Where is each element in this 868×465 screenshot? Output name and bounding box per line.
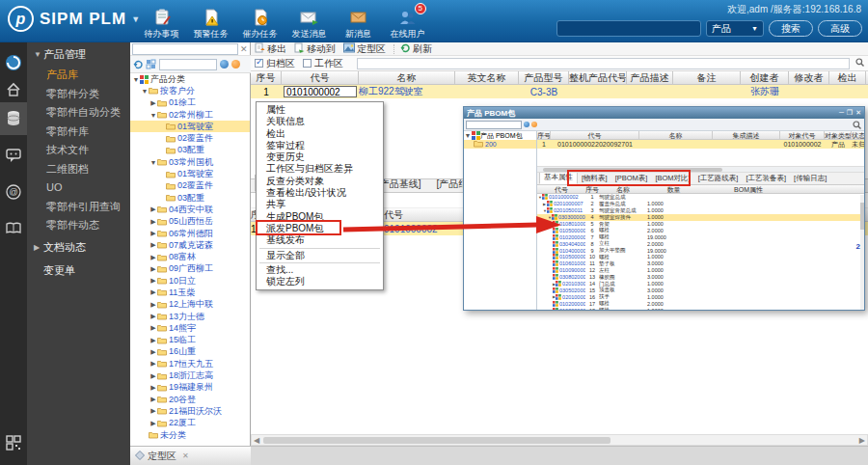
chevron-right-icon[interactable]: ▶ [149,348,157,356]
qrcode-icon[interactable] [0,430,27,455]
menu-item-基线发布[interactable]: 基线发布 [257,234,383,246]
chevron-right-icon[interactable]: ▶ [149,99,157,107]
sidebar-item-UO[interactable]: UO [27,178,130,198]
menu-item-派发PBOM包[interactable]: 派发PBOM包 [257,223,383,234]
nav-item-alert-task[interactable]: 预警任务 [186,5,235,41]
bom-row[interactable]: ▼01010000021驾驶室总成 [537,194,864,201]
tree-node[interactable]: ▶18浙江志高 [130,369,250,381]
clear-filter-icon[interactable]: ✕ [240,44,248,54]
column-header-产品型号[interactable]: 产品型号 [519,71,569,84]
chevron-right-icon[interactable]: ▶ [149,407,157,415]
bom-column-header-代号[interactable]: 代号 [537,185,585,193]
chevron-right-icon[interactable]: ▶ [149,205,157,213]
tree-node[interactable]: ▼02常州柳工 [130,109,250,121]
nav-item-todo[interactable]: 待办事项 [137,5,186,41]
tree-node[interactable]: ▶05山西恒岳 [130,216,250,228]
menu-item-属性[interactable]: 属性 [257,104,383,116]
bom-row[interactable]: ▼02010500113驾驶室骨架总成1.0000 [537,207,864,214]
menu-item-生成PBOM包[interactable]: 生成PBOM包 [257,211,383,223]
chevron-right-icon[interactable]: ▶ [149,313,157,320]
popup-column-header-集成描述[interactable]: 集成描述 [713,131,780,139]
menu-item-查看检出/设计状况[interactable]: 查看检出/设计状况 [257,187,383,199]
tree-node[interactable]: ▶12上海中联 [130,299,250,311]
code-edit-box[interactable]: 0101000002 [284,86,357,97]
bom-row[interactable]: 01050000086螺栓2.0000 [537,227,864,233]
popup-column-header-名称[interactable]: 名称 [639,131,713,139]
tree-node[interactable]: ▼03常州国机 [130,156,250,168]
bom-row[interactable]: 010601000011垫子板3.0000 [537,260,864,267]
tree-node[interactable]: ▶15临工 [130,335,250,346]
scrollbar-thumb[interactable] [263,437,610,444]
bom-column-header-数量[interactable]: 数量 [647,185,700,193]
popup-vertical-scrollbar[interactable] [860,195,864,310]
search-button[interactable]: 搜索 [769,20,813,37]
bom-row[interactable]: 01080100045骨架1.0000 [537,221,864,228]
tree-node[interactable]: ▼产品分类 [130,73,250,85]
popup-search-button[interactable] [524,122,529,127]
sidebar-group-变更单[interactable]: 变更单 [27,259,130,282]
chevron-down-icon[interactable]: ▼ [141,88,149,95]
cell-name[interactable]: 柳工922驾驶室 [359,85,455,98]
column-header-代号[interactable]: 代号 [282,71,359,84]
menu-item-查找...[interactable]: 查找... [257,264,383,276]
chevron-right-icon[interactable]: ▶ [149,241,157,249]
popup-column-header-对象代号[interactable]: 对象代号 [780,131,825,139]
product-table-row[interactable]: 10101000002柳工922驾驶室C3-3B张苏珊 [251,85,868,98]
sidebar-item-零部件自动分类[interactable]: 零部件自动分类 [27,103,130,123]
tree-node[interactable]: ▶01徐工 [130,97,250,109]
column-header-修改者[interactable]: 修改者 [789,71,829,84]
column-header-创建者[interactable]: 创建者 [741,71,789,84]
book-icon[interactable] [0,216,27,241]
menu-item-工作区与归档区差异[interactable]: 工作区与归档区差异 [257,163,383,175]
chevron-right-icon[interactable]: ▶ [149,420,157,427]
bom-row[interactable]: 01040000009加大平垫圈19.0000 [537,247,864,254]
tree-reset-button[interactable] [231,60,240,68]
tree-node[interactable]: ▶21福田沃尔沃 [130,405,250,417]
menu-item-显示全部[interactable]: 显示全部 [257,250,383,261]
app-logo[interactable]: p SIPM PLM ▼ [8,6,140,32]
popup-horizontal-scrollbar[interactable] [537,166,864,173]
column-header-产品描述[interactable]: 产品描述 [627,71,673,84]
tree-node[interactable]: ▶07威克诺森 [130,239,250,251]
column-header-英文名称[interactable]: 英文名称 [455,71,519,84]
sidebar-item-零部件分类[interactable]: 零部件分类 [27,85,130,104]
bom-column-header-BOM属性[interactable]: BOM属性 [700,185,797,193]
tree-node[interactable]: ▶14熊宇 [130,322,250,334]
sidebar-item-产品库[interactable]: 产品库 [27,66,130,85]
scroll-right-icon[interactable]: ▶ [859,436,865,445]
popup-reset-button[interactable] [531,122,537,127]
toolbar-button-移动到[interactable]: 移动到 [294,42,336,56]
bom-row[interactable]: ▼03030000084驾驶室焊接件1.0000 [537,214,864,221]
search-category-select[interactable]: 产品 ▼ [706,20,764,37]
popup-tab-BOM对比[interactable]: [BOM对比] [651,173,693,184]
sidebar-item-零部件引用查询[interactable]: 零部件引用查询 [27,198,130,217]
chevron-down-icon[interactable]: ▼ [132,76,140,83]
popup-tab-基本属性[interactable]: 基本属性 [539,171,578,184]
bom-row[interactable]: 030502000415顶盖板3.0000 [537,287,864,293]
scroll-left-icon[interactable]: ◀ [254,436,259,445]
chevron-right-icon[interactable]: ▶ [149,218,157,226]
bom-row[interactable]: ▶02010000072覆盖件总成1.0000 [537,201,864,207]
column-header-备注[interactable]: 备注 [673,71,741,84]
tree-search-button[interactable] [220,60,229,68]
chevron-right-icon[interactable]: ▶ [149,301,157,309]
bom-row[interactable]: ▶020100000316扶手1.0000 [537,293,864,300]
swirl-logo-icon[interactable] [0,50,27,75]
chevron-right-icon[interactable]: ▶ [149,372,157,380]
bom-row[interactable]: 010500000710螺栓1.0000 [537,254,864,260]
popup-tab-传输日志[interactable]: [传输日志] [790,173,830,184]
chat-icon[interactable] [0,143,27,168]
nav-item-send-message[interactable]: 发送消息 [285,5,334,41]
scrollbar-thumb[interactable] [860,203,864,230]
cell-model[interactable]: C3-3B [519,87,569,97]
magnifier-icon[interactable] [855,58,864,68]
checkbox-工作区[interactable] [303,59,312,68]
chevron-right-icon[interactable]: ▶ [149,254,157,261]
tree-node[interactable]: 03配重 [130,145,250,156]
popup-tree-node[interactable]: 200 [464,140,536,149]
chevron-right-icon[interactable]: ▶ [149,384,157,392]
menu-item-反查分类对象[interactable]: 反查分类对象 [257,176,383,187]
tree-node[interactable]: 01驾驶室 [130,121,250,132]
menu-item-共享[interactable]: 共享 [257,199,383,210]
column-header-整机产品代号[interactable]: 整机产品代号 [569,71,627,84]
